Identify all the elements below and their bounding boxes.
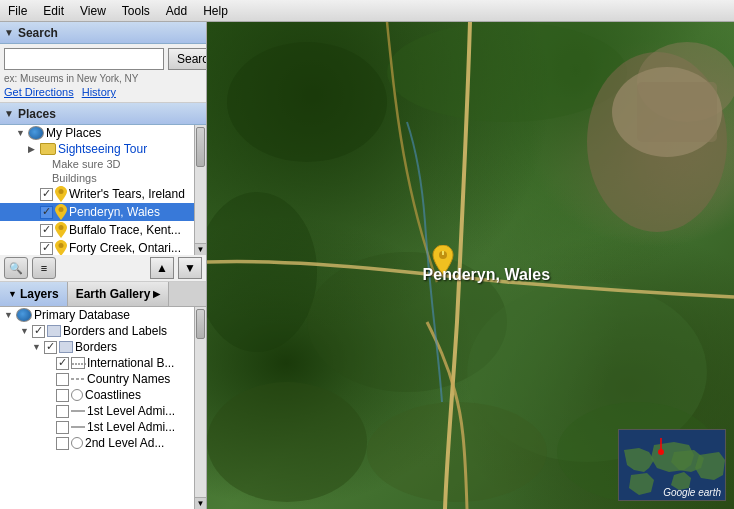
checkbox-forty-creek[interactable] [40,242,53,255]
layers-scroll-thumb[interactable] [196,309,205,339]
pin-icon-forty [55,240,67,255]
checkbox-penderyn[interactable] [40,206,53,219]
map-area[interactable]: Penderyn, Wales Google ear [207,22,734,509]
history-link[interactable]: History [82,86,116,98]
pin-icon-penderyn [55,204,67,220]
places-item-my-places[interactable]: ▼ My Places [0,125,206,141]
places-content: ▼ My Places ▶ Sightseeing Tour Make sure… [0,125,206,255]
earth-gallery-arrow: ▶ [153,289,160,299]
layer-country-names[interactable]: Country Names [0,371,206,387]
places-item-writers-tears[interactable]: Writer's Tears, Ireland [0,185,206,203]
expand-arrow-2: ▶ [28,144,40,154]
layer-international[interactable]: International B... [0,355,206,371]
mini-globe: Google earth [618,429,726,501]
nav-down-btn[interactable]: ▼ [178,257,202,279]
google-earth-label: Google earth [663,487,721,498]
tab-earth-gallery-label: Earth Gallery [76,287,151,301]
nav-search-icon-btn[interactable]: 🔍 [4,257,28,279]
places-item-3d-text1: Make sure 3D [0,157,206,171]
svg-rect-21 [442,251,444,255]
layer-coastlines[interactable]: Coastlines [0,387,206,403]
primary-db-label: Primary Database [34,308,130,322]
country-names-icon [71,373,85,385]
layers-arrow: ▼ [8,289,17,299]
tab-layers-label: Layers [20,287,59,301]
borders-labels-label: Borders and Labels [63,324,167,338]
checkbox-1st-admin-2[interactable] [56,421,69,434]
intl-icon [71,357,85,369]
search-section-header[interactable]: ▼ Search [0,22,206,44]
main-layout: ▼ Search Search ex: Museums in New York,… [0,22,734,509]
borders-labels-arrow: ▼ [20,326,32,336]
places-section-header[interactable]: ▼ Places [0,103,206,125]
get-directions-link[interactable]: Get Directions [4,86,74,98]
expand-arrow: ▼ [16,128,28,138]
my-places-label: My Places [46,126,101,140]
checkbox-writers-tears[interactable] [40,188,53,201]
places-scrollbar[interactable]: ▼ [194,125,206,255]
menu-edit[interactable]: Edit [35,2,72,20]
layer-1st-admin-1[interactable]: 1st Level Admi... [0,403,206,419]
admin2-icon [71,421,85,433]
places-item-buffalo[interactable]: Buffalo Trace, Kent... [0,221,206,239]
primary-db-arrow: ▼ [4,310,16,320]
layer-borders[interactable]: ▼ Borders [0,339,206,355]
search-links: Get Directions History [4,86,202,98]
menu-add[interactable]: Add [158,2,195,20]
layers-scroll-down[interactable]: ▼ [195,497,206,509]
checkbox-buffalo[interactable] [40,224,53,237]
1st-admin-2-label: 1st Level Admi... [87,420,175,434]
search-section: Search ex: Museums in New York, NY Get D… [0,44,206,103]
sightseeing-label: Sightseeing Tour [58,142,147,156]
borders-labels-icon [47,325,61,337]
search-button[interactable]: Search [168,48,207,70]
2nd-admin-label: 2nd Level Ad... [85,436,164,450]
borders-label: Borders [75,340,117,354]
checkbox-2nd-admin[interactable] [56,437,69,450]
tab-earth-gallery[interactable]: Earth Gallery ▶ [68,282,170,306]
search-input-row: Search [4,48,202,70]
places-item-sightseeing[interactable]: ▶ Sightseeing Tour [0,141,206,157]
3d-text-label1: Make sure 3D [52,158,120,170]
checkbox-borders-labels[interactable] [32,325,45,338]
3d-text-label2: Buildings [52,172,97,184]
places-collapse-arrow: ▼ [4,108,14,119]
checkbox-country-names[interactable] [56,373,69,386]
penderyn-label: Penderyn, Wales [69,205,160,219]
writers-tears-label: Writer's Tears, Ireland [69,187,185,201]
svg-point-3 [59,243,64,248]
nav-list-icon-btn[interactable]: ≡ [32,257,56,279]
tab-layers[interactable]: ▼ Layers [0,282,68,306]
layers-content: ▼ Primary Database ▼ Borders and Labels … [0,307,206,509]
menu-file[interactable]: File [0,2,35,20]
layer-1st-admin-2[interactable]: 1st Level Admi... [0,419,206,435]
places-scroll-thumb[interactable] [196,127,205,167]
international-label: International B... [87,356,174,370]
places-item-forty-creek[interactable]: Forty Creek, Ontari... [0,239,206,255]
layer-primary-db[interactable]: ▼ Primary Database [0,307,206,323]
search-input[interactable] [4,48,164,70]
search-title: Search [18,26,58,40]
layers-scrollbar[interactable]: ▼ [194,307,206,509]
places-item-penderyn[interactable]: Penderyn, Wales [0,203,206,221]
checkbox-borders[interactable] [44,341,57,354]
folder-icon [40,143,56,155]
nav-up-btn[interactable]: ▲ [150,257,174,279]
layer-borders-labels[interactable]: ▼ Borders and Labels [0,323,206,339]
db-globe-icon [16,308,32,322]
menu-help[interactable]: Help [195,2,236,20]
checkbox-international[interactable] [56,357,69,370]
borders-icon [59,341,73,353]
tabs-row: ▼ Layers Earth Gallery ▶ [0,282,206,307]
checkbox-1st-admin-1[interactable] [56,405,69,418]
scroll-down-btn[interactable]: ▼ [195,243,206,255]
layer-2nd-admin[interactable]: 2nd Level Ad... [0,435,206,451]
svg-point-0 [59,189,64,194]
menu-tools[interactable]: Tools [114,2,158,20]
menu-view[interactable]: View [72,2,114,20]
svg-point-1 [59,207,64,212]
borders-arrow: ▼ [32,342,44,352]
admin1-icon [71,405,85,417]
checkbox-coastlines[interactable] [56,389,69,402]
coastlines-icon [71,389,83,401]
